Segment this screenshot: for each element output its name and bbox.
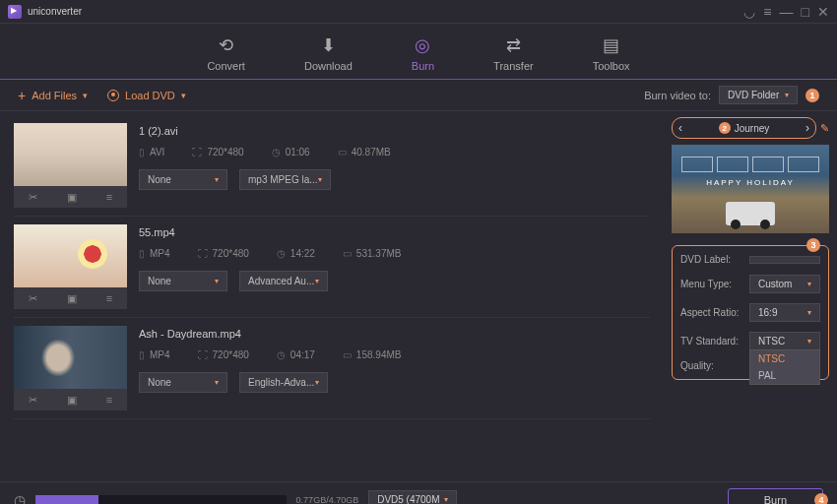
trim-icon[interactable]: ✂ — [29, 292, 37, 305]
tv-option-ntsc[interactable]: NTSC — [750, 350, 819, 367]
format-icon: ▯ — [139, 349, 145, 360]
tv-option-pal[interactable]: PAL — [750, 367, 819, 384]
aspect-ratio-label: Aspect Ratio: — [680, 307, 745, 318]
sidebar: ‹ 2Journey › ✎ HAPPY HOLIDAY 3 DVD Label… — [664, 111, 837, 481]
burn-target-dropdown[interactable]: DVD Folder ▾ — [719, 86, 798, 104]
file-thumbnail[interactable] — [14, 224, 127, 287]
effects-icon[interactable]: ≡ — [106, 292, 112, 304]
maximize-icon[interactable]: □ — [802, 4, 809, 20]
effects-icon[interactable]: ≡ — [106, 191, 112, 203]
trim-icon[interactable]: ✂ — [29, 191, 37, 204]
caret-down-icon: ▾ — [444, 495, 448, 504]
callout-badge-1: 1 — [805, 89, 819, 102]
tv-standard-dropdown[interactable]: NTSC▾ — [749, 332, 820, 350]
close-icon[interactable]: ✕ — [817, 4, 829, 20]
clock-icon[interactable]: ◷ — [14, 492, 26, 505]
toolbox-icon: ▤ — [603, 34, 619, 56]
burn-video-to-label: Burn video to: — [644, 90, 711, 101]
callout-badge-3: 3 — [806, 238, 820, 252]
nav-convert-label: Convert — [207, 60, 245, 72]
audio-dropdown[interactable]: English-Adva...▾ — [239, 372, 328, 393]
dvd-label-input[interactable] — [749, 256, 820, 264]
theme-prev-icon[interactable]: ‹ — [678, 121, 682, 135]
caret-down-icon: ▾ — [318, 175, 322, 184]
subtitle-dropdown[interactable]: None▾ — [139, 372, 227, 393]
nav-download[interactable]: ⬇ Download — [294, 31, 362, 76]
nav-transfer-label: Transfer — [493, 60, 534, 72]
theme-preview[interactable]: HAPPY HOLIDAY — [672, 145, 829, 233]
subtitle-dropdown[interactable]: None▾ — [139, 169, 227, 190]
file-name: 55.mp4 — [139, 226, 650, 238]
nav-divider — [0, 79, 837, 80]
file-duration: 01:06 — [286, 147, 310, 158]
app-logo-icon — [8, 5, 22, 19]
crop-icon[interactable]: ▣ — [67, 292, 77, 305]
caret-down-icon: ▾ — [785, 91, 789, 99]
file-thumbnail[interactable] — [14, 123, 127, 186]
burn-target-value: DVD Folder — [728, 90, 779, 100]
duration-icon: ◷ — [272, 147, 281, 158]
size-icon: ▭ — [343, 248, 352, 259]
download-icon: ⬇ — [321, 34, 336, 56]
minimize-icon[interactable]: — — [780, 4, 794, 20]
crop-icon[interactable]: ▣ — [67, 191, 77, 204]
duration-icon: ◷ — [277, 248, 286, 259]
theme-next-icon[interactable]: › — [805, 121, 809, 135]
file-format: MP4 — [150, 349, 170, 360]
theme-selector: ‹ 2Journey › — [672, 117, 816, 139]
file-list: ✂ ▣ ≡ 1 (2).avi ▯AVI ⛶720*480 ◷01:06 ▭40… — [0, 111, 664, 481]
callout-badge-4: 4 — [814, 493, 828, 505]
theme-edit-icon[interactable]: ✎ — [820, 122, 829, 135]
disk-type-dropdown[interactable]: DVD5 (4700M▾ — [368, 490, 457, 504]
tv-standard-options: NTSC PAL — [749, 349, 820, 385]
caret-down-icon: ▾ — [315, 378, 319, 387]
menu-type-dropdown[interactable]: Custom▾ — [749, 275, 820, 293]
crop-icon[interactable]: ▣ — [67, 394, 77, 407]
size-icon: ▭ — [343, 349, 352, 360]
bottom-bar: ◷ 0.77GB/4.70GB DVD5 (4700M▾ Burn 4 — [0, 481, 837, 504]
add-files-label: Add Files — [32, 90, 77, 101]
menu-icon[interactable]: ≡ — [763, 4, 771, 20]
file-size: 40.87MB — [352, 147, 391, 158]
burn-button[interactable]: Burn 4 — [728, 488, 823, 505]
subtitle-dropdown[interactable]: None▾ — [139, 271, 227, 291]
user-icon[interactable]: ◡ — [743, 4, 755, 20]
caret-down-icon: ▾ — [807, 337, 811, 346]
dvd-settings: 3 DVD Label: Menu Type: Custom▾ Aspect R… — [672, 245, 829, 380]
disk-usage-bar — [35, 495, 287, 505]
audio-dropdown[interactable]: mp3 MPEG la...▾ — [239, 169, 331, 190]
file-resolution: 720*480 — [207, 147, 243, 158]
load-dvd-button[interactable]: Load DVD ▾ — [107, 90, 186, 101]
disk-usage-text: 0.77GB/4.70GB — [296, 495, 359, 505]
format-icon: ▯ — [139, 248, 145, 259]
file-thumbnail[interactable] — [14, 326, 127, 389]
format-icon: ▯ — [139, 147, 145, 158]
burn-button-label: Burn — [764, 494, 787, 505]
nav-transfer[interactable]: ⇄ Transfer — [483, 31, 544, 76]
nav-toolbox[interactable]: ▤ Toolbox — [583, 31, 640, 76]
size-icon: ▭ — [338, 147, 347, 158]
top-nav: ⟲ Convert ⬇ Download ◎ Burn ⇄ Transfer ▤… — [0, 24, 837, 79]
trim-icon[interactable]: ✂ — [29, 394, 37, 407]
file-duration: 14:22 — [290, 248, 315, 259]
caret-down-icon: ▾ — [215, 378, 219, 387]
toolbar: + Add Files ▾ Load DVD ▾ Burn video to: … — [0, 80, 837, 111]
transfer-icon: ⇄ — [506, 34, 521, 56]
audio-dropdown[interactable]: Advanced Au...▾ — [239, 271, 328, 291]
nav-convert[interactable]: ⟲ Convert — [197, 31, 255, 76]
file-size: 531.37MB — [356, 248, 402, 259]
disk-usage-fill — [35, 495, 98, 505]
add-files-button[interactable]: + Add Files ▾ — [18, 88, 88, 103]
nav-burn[interactable]: ◎ Burn — [402, 31, 444, 76]
disc-icon — [107, 90, 119, 101]
burn-icon: ◎ — [415, 34, 430, 56]
callout-badge-2: 2 — [719, 122, 731, 134]
file-format: AVI — [150, 147, 164, 158]
convert-icon: ⟲ — [219, 34, 233, 56]
file-name: 1 (2).avi — [139, 125, 650, 137]
effects-icon[interactable]: ≡ — [106, 394, 112, 406]
theme-preview-text: HAPPY HOLIDAY — [672, 178, 829, 187]
nav-toolbox-label: Toolbox — [593, 60, 630, 72]
aspect-ratio-dropdown[interactable]: 16:9▾ — [749, 303, 820, 322]
caret-down-icon: ▾ — [215, 277, 219, 285]
